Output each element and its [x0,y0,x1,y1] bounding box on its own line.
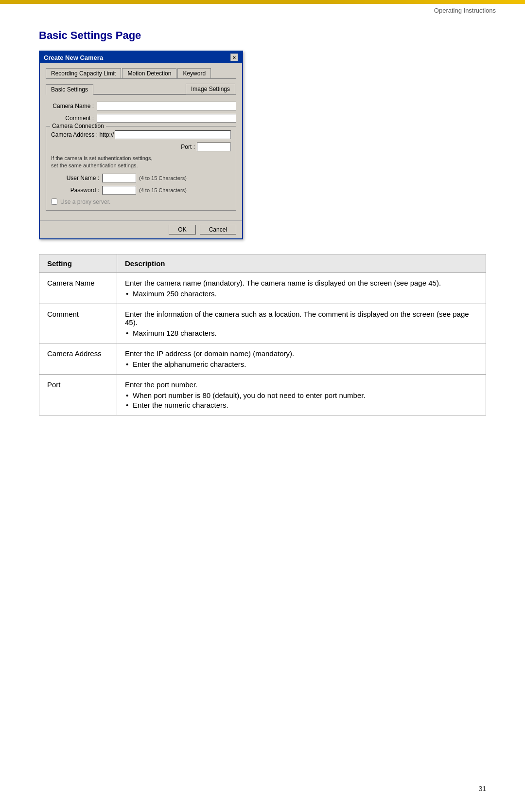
port-label: Port : [181,144,195,150]
dialog-footer: OK Cancel [40,220,242,238]
password-label: Password : [51,187,102,194]
dialog-titlebar: Create New Camera × [40,52,242,63]
password-input[interactable] [102,186,136,195]
table-row: PortEnter the port number.When port numb… [39,374,486,415]
bullet-item: Enter the numeric characters. [125,401,478,409]
settings-table: Setting Description Camera NameEnter the… [39,254,486,415]
dialog-title: Create New Camera [44,54,103,61]
comment-label: Comment : [46,115,97,122]
setting-cell: Port [39,374,117,415]
proxy-label: Use a proxy server. [60,198,110,205]
tab-basic-settings[interactable]: Basic Settings [46,84,93,95]
port-row: Port : [51,143,231,151]
username-input[interactable] [102,174,136,182]
bullet-item: Maximum 250 characters. [125,289,478,298]
page-header: Operating Instructions [434,7,496,14]
camera-name-label: Camera Name : [46,103,97,109]
description-cell: Enter the port number.When port number i… [117,374,486,415]
auth-note: If the camera is set authentication sett… [51,155,231,170]
ok-button[interactable]: OK [169,225,195,235]
table-row: CommentEnter the information of the came… [39,304,486,343]
tab-image-settings[interactable]: Image Settings [186,84,235,94]
comment-row: Comment : [46,114,236,123]
table-row: Camera AddressEnter the IP address (or d… [39,343,486,374]
description-cell: Enter the IP address (or domain name) (m… [117,343,486,374]
bullet-item: Enter the alphanumeric characters. [125,360,478,368]
col-description: Description [117,254,486,272]
username-row: User Name : (4 to 15 Characters) [51,174,231,182]
tab-recording-capacity-limit[interactable]: Recording Capacity Limit [46,68,121,78]
dialog-close-button[interactable]: × [230,54,238,61]
camera-name-row: Camera Name : [46,102,236,110]
password-hint: (4 to 15 Characters) [139,187,187,193]
proxy-checkbox[interactable] [51,198,57,205]
bullet-item: When port number is 80 (default), you do… [125,391,478,399]
tab-motion-detection[interactable]: Motion Detection [122,68,176,78]
camera-address-row: Camera Address : http:// [51,130,231,139]
bullet-item: Maximum 128 characters. [125,329,478,337]
dialog-body: Recording Capacity Limit Motion Detectio… [40,63,242,220]
description-cell: Enter the information of the camera such… [117,304,486,343]
setting-cell: Camera Name [39,272,117,304]
page-number: 31 [478,785,486,793]
tab-keyword[interactable]: Keyword [177,68,211,78]
camera-address-input[interactable] [115,130,231,139]
password-row: Password : (4 to 15 Characters) [51,186,231,195]
setting-cell: Comment [39,304,117,343]
username-label: User Name : [51,175,102,181]
section-title: Basic Settings Page [39,29,486,42]
camera-address-label: Camera Address : http:// [51,131,114,138]
top-accent-bar [0,0,525,4]
create-camera-dialog: Create New Camera × Recording Capacity L… [39,51,243,239]
description-cell: Enter the camera name (mandatory). The c… [117,272,486,304]
col-setting: Setting [39,254,117,272]
table-header-row: Setting Description [39,254,486,272]
setting-cell: Camera Address [39,343,117,374]
camera-connection-group: Camera Connection Camera Address : http:… [46,126,236,211]
camera-name-input[interactable] [97,102,236,110]
port-input[interactable] [197,143,231,151]
tabs-row-2: Basic Settings Image Settings [46,84,236,95]
tabs-row-1: Recording Capacity Limit Motion Detectio… [46,68,236,79]
proxy-row: Use a proxy server. [51,198,231,205]
table-row: Camera NameEnter the camera name (mandat… [39,272,486,304]
username-hint: (4 to 15 Characters) [139,175,187,181]
cancel-button[interactable]: Cancel [200,225,236,235]
comment-input[interactable] [97,114,236,123]
group-legend: Camera Connection [50,123,106,129]
